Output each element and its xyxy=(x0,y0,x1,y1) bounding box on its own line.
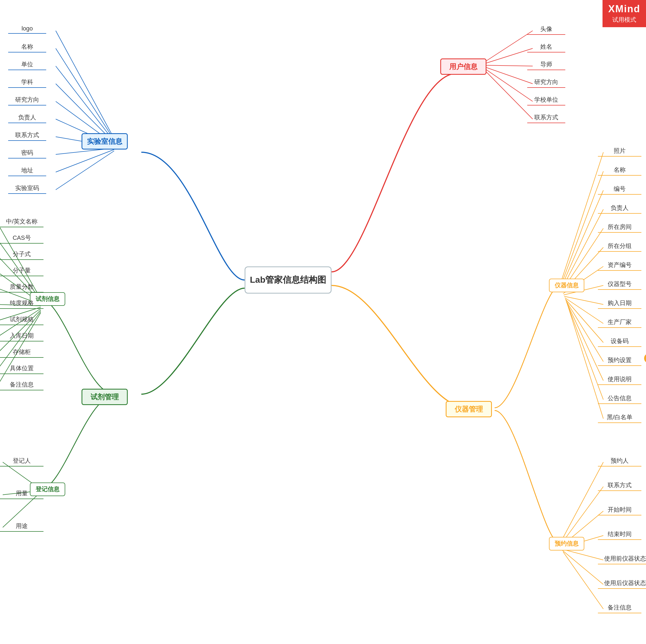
reagent-mgmt-label: 试剂管理 xyxy=(91,392,119,402)
svg-line-38 xyxy=(564,296,603,304)
svg-line-10 xyxy=(484,31,533,63)
central-node: Lab管家信息结构图 xyxy=(245,266,332,294)
lab-leaf-name: 名称 xyxy=(8,43,46,53)
svg-line-2 xyxy=(56,66,114,142)
lab-leaf-code: 实验室码 xyxy=(8,184,46,194)
svg-line-51 xyxy=(563,552,603,609)
user-leaf-direction: 研究方向 xyxy=(527,78,565,88)
lab-leaf-password: 密码 xyxy=(8,149,46,159)
xmind-subtitle: 试用模式 xyxy=(612,16,636,24)
svg-line-31 xyxy=(560,171,603,287)
lab-leaf-address: 地址 xyxy=(8,166,46,176)
instr-leaf-announcement: 公告信息 xyxy=(598,394,641,404)
reagent-leaf-purity-mass: 质量分数 xyxy=(0,283,43,292)
booking-leaf-after: 使用后仪器状态 xyxy=(598,579,646,589)
reagent-leaf-en-name: 中/英文名称 xyxy=(0,217,43,227)
instrument-mgmt-label: 仪器管理 xyxy=(455,404,483,414)
booking-leaf-start: 开始时间 xyxy=(598,505,641,516)
reagent-mgmt-box: 试剂管理 xyxy=(82,389,128,405)
lab-leaf-subject: 学科 xyxy=(8,78,46,88)
booking-leaf-notes: 备注信息 xyxy=(598,604,641,613)
instr-leaf-person: 负责人 xyxy=(598,204,641,214)
svg-line-45 xyxy=(560,462,603,544)
reagent-leaf-spec: 试剂规格 xyxy=(0,315,43,325)
instr-leaf-photo: 照片 xyxy=(598,147,641,157)
reagent-leaf-location: 具体位置 xyxy=(0,364,43,374)
lab-leaf-contact: 联系方式 xyxy=(8,131,46,141)
instr-leaf-code: 编号 xyxy=(598,185,641,195)
svg-line-12 xyxy=(484,65,533,66)
xmind-title: XMind xyxy=(608,3,640,15)
instr-leaf-device-code: 设备码 xyxy=(598,337,641,347)
booking-leaf-before: 使用前仪器状态 xyxy=(598,555,646,564)
instr-leaf-manufacturer: 生产厂家 xyxy=(598,318,641,328)
booking-leaf-contact: 联系方式 xyxy=(598,481,641,491)
svg-line-33 xyxy=(561,209,603,289)
svg-line-46 xyxy=(560,487,603,545)
svg-line-0 xyxy=(56,31,114,139)
svg-line-39 xyxy=(565,298,603,324)
svg-line-9 xyxy=(56,151,114,190)
instrument-info-box: 仪器信息 xyxy=(549,279,584,292)
svg-line-49 xyxy=(562,549,603,560)
lab-leaf-unit: 单位 xyxy=(8,60,46,70)
user-leaf-school: 学校单位 xyxy=(527,96,565,105)
lab-info-label: 实验室信息 xyxy=(87,137,122,146)
lab-info-box: 实验室信息 xyxy=(82,133,128,150)
reagent-leaf-date: 入库日期 xyxy=(0,332,43,342)
instrument-info-label: 仪器信息 xyxy=(555,281,578,289)
register-leaf-purpose: 用途 xyxy=(0,522,43,532)
svg-line-1 xyxy=(56,49,114,140)
lab-leaf-direction: 研究方向 xyxy=(8,96,46,105)
user-leaf-avatar: 头像 xyxy=(527,25,565,35)
user-leaf-contact: 联系方式 xyxy=(527,113,565,123)
lab-leaf-person: 负责人 xyxy=(8,113,46,123)
svg-line-50 xyxy=(562,550,603,584)
instr-leaf-blacklist: 黑/白名单 xyxy=(598,413,641,423)
reagent-leaf-mw: 分子量 xyxy=(0,266,43,276)
instr-leaf-name: 名称 xyxy=(598,166,641,176)
xmind-badge: XMind 试用模式 xyxy=(603,0,646,27)
instr-leaf-manual: 使用说明 xyxy=(598,375,641,385)
booking-info-label: 预约信息 xyxy=(555,540,578,548)
svg-line-14 xyxy=(484,68,533,101)
instrument-mgmt-box: 仪器管理 xyxy=(446,401,492,417)
svg-line-43 xyxy=(567,303,603,399)
instr-leaf-group: 所在分组 xyxy=(598,242,641,252)
central-label: Lab管家信息结构图 xyxy=(250,274,326,286)
booking-info-box: 预约信息 xyxy=(549,537,584,550)
instr-leaf-asset: 资产编号 xyxy=(598,261,641,271)
booking-leaf-person: 预约人 xyxy=(598,457,641,466)
svg-line-40 xyxy=(565,299,603,343)
svg-line-8 xyxy=(56,150,114,172)
svg-line-15 xyxy=(484,69,533,119)
user-info-box: 用户信息 xyxy=(440,59,487,75)
svg-line-11 xyxy=(484,49,533,64)
register-leaf-amount: 用量 xyxy=(0,489,43,499)
reagent-leaf-cas: CAS号 xyxy=(0,234,43,244)
reagent-leaf-notes: 备注信息 xyxy=(0,381,43,390)
reagent-leaf-purity: 纯度规格 xyxy=(0,299,43,309)
reagent-leaf-formula: 分子式 xyxy=(0,250,43,260)
svg-line-32 xyxy=(561,190,603,288)
svg-line-30 xyxy=(560,152,603,285)
user-leaf-name: 姓名 xyxy=(527,43,565,53)
badge-12: 12 xyxy=(644,353,646,363)
user-info-label: 用户信息 xyxy=(449,62,477,72)
booking-leaf-end: 结束时间 xyxy=(598,530,641,540)
instr-leaf-model: 仪器型号 xyxy=(598,280,641,290)
instr-leaf-room: 所在房间 xyxy=(598,223,641,233)
lab-leaf-logo: logo xyxy=(8,25,46,34)
instr-leaf-booking-setting: 预约设置 xyxy=(598,356,641,366)
reagent-leaf-cabinet: 存储柜 xyxy=(0,348,43,358)
svg-line-13 xyxy=(484,67,533,84)
register-leaf-person: 登记人 xyxy=(0,457,43,466)
svg-line-41 xyxy=(566,300,603,362)
user-leaf-supervisor: 导师 xyxy=(527,60,565,70)
instr-leaf-purchase: 购入日期 xyxy=(598,299,641,309)
